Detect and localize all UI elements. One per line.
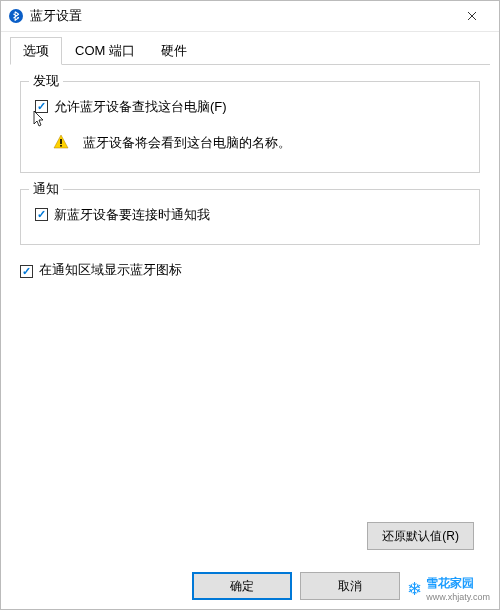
- tray-icon-checkbox[interactable]: [20, 265, 33, 278]
- snowflake-icon: ❄: [407, 578, 422, 600]
- close-button[interactable]: [452, 2, 492, 30]
- watermark: ❄ 雪花家园 www.xhjaty.com: [403, 573, 494, 604]
- window-title: 蓝牙设置: [30, 7, 452, 25]
- discovery-group: 发现 允许蓝牙设备查找这台电脑(F) 蓝牙设备将会看到这台电脑的名称。: [20, 81, 480, 173]
- cancel-button[interactable]: 取消: [300, 572, 400, 600]
- tray-icon-row: 在通知区域显示蓝牙图标: [20, 261, 480, 279]
- allow-discovery-checkbox[interactable]: [35, 100, 48, 113]
- tab-hardware[interactable]: 硬件: [148, 37, 200, 65]
- tab-content: 发现 允许蓝牙设备查找这台电脑(F) 蓝牙设备将会看到这台电脑的名称。 通知: [0, 65, 500, 295]
- discovery-info-row: 蓝牙设备将会看到这台电脑的名称。: [53, 134, 465, 152]
- tab-bar: 选项 COM 端口 硬件: [10, 36, 490, 65]
- notify-label: 新蓝牙设备要连接时通知我: [54, 206, 210, 224]
- notify-row: 新蓝牙设备要连接时通知我: [35, 206, 465, 224]
- allow-discovery-row: 允许蓝牙设备查找这台电脑(F): [35, 98, 465, 116]
- allow-discovery-label: 允许蓝牙设备查找这台电脑(F): [54, 98, 227, 116]
- notify-checkbox[interactable]: [35, 208, 48, 221]
- tab-com-ports[interactable]: COM 端口: [62, 37, 148, 65]
- titlebar: 蓝牙设置: [0, 0, 500, 32]
- notification-group-title: 通知: [29, 180, 63, 198]
- svg-rect-2: [60, 145, 62, 147]
- warning-icon: [53, 134, 69, 150]
- discovery-group-title: 发现: [29, 72, 63, 90]
- cursor-icon: [33, 110, 49, 133]
- ok-button[interactable]: 确定: [192, 572, 292, 600]
- tray-icon-label: 在通知区域显示蓝牙图标: [39, 261, 182, 279]
- tab-options[interactable]: 选项: [10, 37, 62, 65]
- svg-rect-1: [60, 139, 62, 144]
- watermark-url: www.xhjaty.com: [426, 592, 490, 602]
- restore-defaults-button[interactable]: 还原默认值(R): [367, 522, 474, 550]
- bluetooth-icon: [8, 8, 24, 24]
- discovery-info-text: 蓝牙设备将会看到这台电脑的名称。: [83, 134, 291, 152]
- notification-group: 通知 新蓝牙设备要连接时通知我: [20, 189, 480, 245]
- watermark-name: 雪花家园: [426, 576, 474, 590]
